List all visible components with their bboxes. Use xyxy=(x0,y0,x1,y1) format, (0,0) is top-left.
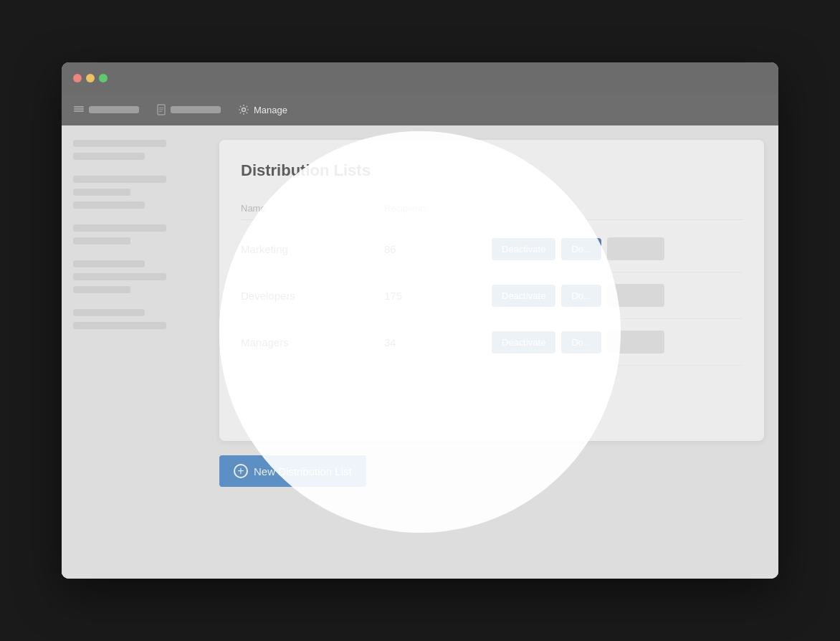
sidebar-placeholder-10 xyxy=(73,286,130,293)
svg-rect-2 xyxy=(74,106,84,108)
sidebar-placeholder-12 xyxy=(73,322,166,329)
card-title: Distribution Lists xyxy=(241,161,743,180)
svg-rect-5 xyxy=(159,110,163,110)
row-recipients-developers: 175 xyxy=(384,290,492,302)
row-recipients-managers: 34 xyxy=(384,336,492,348)
plus-icon: + xyxy=(234,464,248,478)
table-row: Managers 34 Deactivate Do... xyxy=(241,319,743,366)
row-recipients-marketing: 86 xyxy=(384,243,492,255)
sidebar-placeholder-9 xyxy=(73,273,166,280)
table-header: Name Recipients xyxy=(241,197,743,220)
sidebar-placeholder-5 xyxy=(73,201,145,209)
action-placeholder-managers xyxy=(607,331,664,353)
minimize-button[interactable] xyxy=(86,74,95,82)
column-header-name: Name xyxy=(241,203,384,214)
sidebar-placeholder-2 xyxy=(73,153,145,160)
deactivate-button-developers[interactable]: Deactivate xyxy=(492,285,555,307)
maximize-button[interactable] xyxy=(99,74,108,82)
nav-label-layers xyxy=(89,106,139,113)
nav-item-document[interactable] xyxy=(156,104,221,115)
main-content: Distribution Lists Name Recipients Marke… xyxy=(62,125,778,579)
action-placeholder-developers xyxy=(607,284,664,307)
layers-icon xyxy=(73,104,85,115)
sidebar-placeholder-3 xyxy=(73,176,166,183)
nav-bar: Manage xyxy=(62,94,778,125)
row-name-developers: Developers xyxy=(241,290,384,302)
browser-window: Manage xyxy=(62,62,778,579)
secondary-button-developers[interactable]: Do... xyxy=(561,285,601,307)
title-bar xyxy=(62,62,778,94)
row-name-marketing: Marketing xyxy=(241,243,384,255)
secondary-button-managers[interactable]: Do... xyxy=(561,331,601,353)
nav-label-document xyxy=(171,106,221,113)
row-actions-developers: Deactivate Do... xyxy=(492,284,664,307)
deactivate-button-marketing[interactable]: Deactivate xyxy=(492,238,555,260)
table-row: Developers 175 Deactivate Do... xyxy=(241,272,743,319)
sidebar-placeholder-1 xyxy=(73,140,166,147)
new-distribution-list-button[interactable]: + New Distribution List xyxy=(219,455,366,487)
svg-rect-4 xyxy=(159,108,163,108)
content-area: Distribution Lists Name Recipients Marke… xyxy=(205,125,778,579)
row-actions-managers: Deactivate Do... xyxy=(492,331,664,353)
svg-rect-6 xyxy=(159,111,162,112)
nav-label-manage: Manage xyxy=(254,105,287,115)
document-icon xyxy=(156,104,166,115)
new-distribution-list-label: New Distribution List xyxy=(254,465,352,478)
sidebar-placeholder-11 xyxy=(73,309,145,316)
deactivate-button-managers[interactable]: Deactivate xyxy=(492,331,555,353)
secondary-button-marketing[interactable]: Do... xyxy=(561,238,601,260)
sidebar-placeholder-7 xyxy=(73,237,130,244)
distribution-lists-card: Distribution Lists Name Recipients Marke… xyxy=(219,140,764,441)
sidebar-placeholder-4 xyxy=(73,189,130,196)
svg-rect-1 xyxy=(74,110,84,112)
sidebar-placeholder-6 xyxy=(73,224,166,232)
action-placeholder-marketing xyxy=(607,237,664,260)
gear-icon xyxy=(238,104,249,115)
svg-point-7 xyxy=(242,108,246,112)
table-row: Marketing 86 Deactivate Do... xyxy=(241,226,743,272)
row-name-managers: Managers xyxy=(241,336,384,348)
sidebar xyxy=(62,125,205,579)
column-header-recipients: Recipients xyxy=(384,203,492,214)
nav-item-manage[interactable]: Manage xyxy=(238,104,287,115)
nav-item-layers[interactable] xyxy=(73,104,139,115)
svg-rect-0 xyxy=(74,108,84,110)
close-button[interactable] xyxy=(73,74,82,82)
sidebar-placeholder-8 xyxy=(73,260,145,267)
traffic-lights xyxy=(73,74,108,82)
row-actions-marketing: Deactivate Do... xyxy=(492,237,664,260)
